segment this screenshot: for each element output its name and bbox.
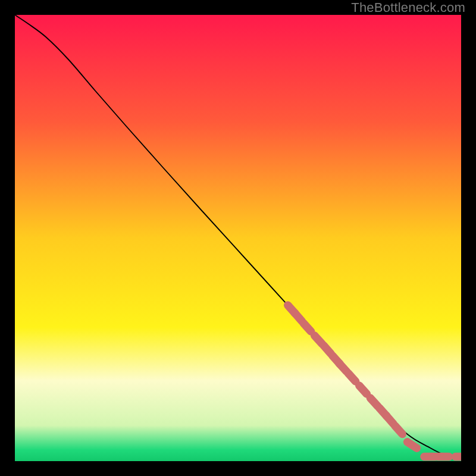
chart-svg [15, 15, 461, 461]
marker-pill [386, 415, 393, 424]
watermark-text: TheBottleneck.com [351, 0, 465, 15]
marker-pill [348, 373, 356, 381]
marker-pill [395, 425, 403, 434]
marker-pill [408, 442, 417, 448]
chart-container: TheBottleneck.com [0, 0, 476, 476]
chart-background [15, 15, 461, 461]
marker-pill [295, 313, 302, 321]
marker-pill [324, 345, 331, 353]
marker-pill [359, 386, 367, 394]
marker-pill [303, 323, 311, 331]
